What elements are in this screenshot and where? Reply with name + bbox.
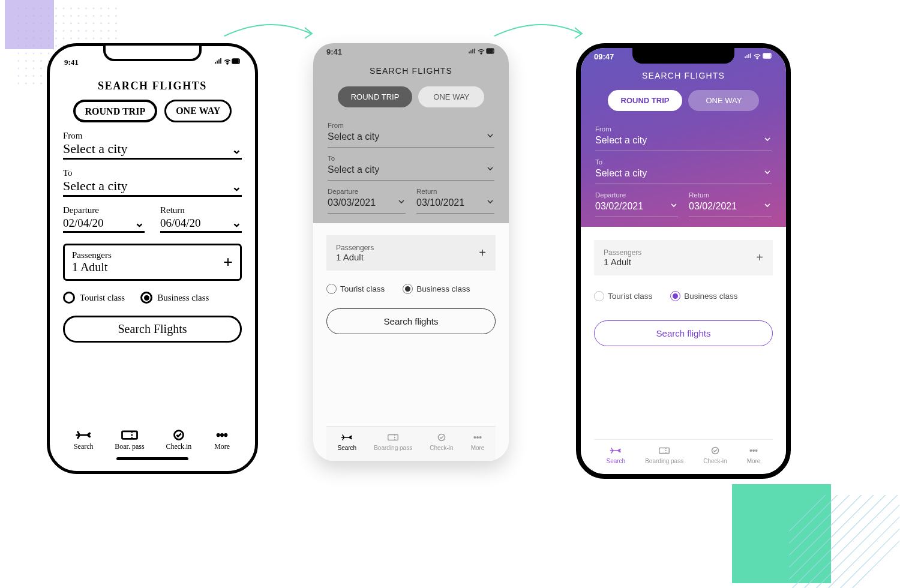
svg-point-20 bbox=[63, 15, 65, 17]
svg-point-85 bbox=[25, 53, 27, 55]
tab-boarding-pass[interactable]: Boar. pass bbox=[115, 429, 144, 451]
svg-point-98 bbox=[18, 60, 20, 62]
svg-point-21 bbox=[70, 15, 72, 17]
passengers-card[interactable]: Passengers 1 Adult + bbox=[326, 235, 496, 271]
search-flights-button[interactable]: Search flights bbox=[594, 320, 773, 346]
chevron-down-icon bbox=[763, 135, 772, 146]
departure-field[interactable]: Departure 03/03/2021 bbox=[328, 188, 406, 214]
to-field[interactable]: To Select a city bbox=[595, 158, 772, 184]
tab-one-way[interactable]: ONE WAY bbox=[164, 100, 232, 122]
tab-checkin[interactable]: Check-in bbox=[430, 433, 453, 451]
stage-hifi: 09:47 SEARCH FLIGHTS ROUND TRIP ONE WAY … bbox=[576, 43, 791, 479]
radio-business[interactable]: Business class bbox=[140, 292, 209, 304]
chevron-down-icon: ⌄ bbox=[232, 142, 242, 157]
tab-more[interactable]: More bbox=[471, 433, 485, 451]
status-time: 9:41 bbox=[326, 47, 342, 56]
status-icons bbox=[744, 52, 773, 61]
tab-search[interactable]: Search bbox=[607, 446, 626, 464]
from-field[interactable]: From Select a city bbox=[595, 125, 772, 151]
svg-point-4 bbox=[48, 8, 50, 10]
tab-search[interactable]: Search bbox=[338, 433, 357, 451]
from-value: Select a city bbox=[63, 141, 128, 157]
svg-point-55 bbox=[115, 30, 117, 32]
return-field[interactable]: Return 03/10/2021 bbox=[416, 188, 494, 214]
bottom-tabbar: Search Boarding pass Check-in More bbox=[594, 439, 773, 474]
tab-more[interactable]: More bbox=[213, 429, 231, 451]
svg-point-70 bbox=[18, 45, 20, 47]
passengers-label: Passengers bbox=[336, 244, 374, 252]
plus-icon[interactable]: + bbox=[756, 251, 763, 265]
to-field[interactable]: To Select a city bbox=[328, 155, 494, 181]
chevron-down-icon: ⌄ bbox=[232, 215, 242, 230]
return-field[interactable]: Return 03/02/2021 bbox=[689, 191, 772, 217]
svg-point-27 bbox=[115, 15, 117, 17]
from-field[interactable]: From Select a city⌄ bbox=[63, 131, 242, 160]
svg-point-32 bbox=[48, 23, 50, 25]
search-flights-button[interactable]: Search flights bbox=[326, 308, 496, 334]
from-field[interactable]: From Select a city bbox=[328, 122, 494, 148]
trip-type-tabs: ROUND TRIP ONE WAY bbox=[581, 90, 786, 111]
radio-business[interactable]: Business class bbox=[670, 291, 737, 301]
svg-point-14 bbox=[18, 15, 20, 17]
radio-tourist[interactable]: Tourist class bbox=[594, 291, 652, 301]
svg-point-176 bbox=[753, 450, 755, 452]
stage-wireframe: 9:41 SEARCH FLIGHTS ROUND TRIP ONE WAY F… bbox=[313, 43, 509, 461]
svg-point-50 bbox=[78, 30, 80, 32]
tab-round-trip[interactable]: ROUND TRIP bbox=[608, 90, 683, 111]
svg-point-84 bbox=[18, 53, 20, 55]
return-field[interactable]: Return 06/04/20⌄ bbox=[160, 205, 242, 233]
svg-point-38 bbox=[93, 23, 95, 25]
search-flights-button[interactable]: Search Flights bbox=[63, 316, 242, 343]
svg-point-66 bbox=[93, 38, 95, 40]
svg-point-53 bbox=[100, 30, 102, 32]
plus-icon[interactable]: + bbox=[223, 253, 233, 272]
svg-point-62 bbox=[63, 38, 65, 40]
svg-point-24 bbox=[93, 15, 95, 17]
radio-on-icon bbox=[140, 292, 152, 304]
status-time: 9:41 bbox=[64, 58, 79, 67]
check-circle-icon bbox=[709, 446, 722, 455]
tab-search[interactable]: Search bbox=[74, 429, 94, 451]
tab-checkin[interactable]: Check-in bbox=[703, 446, 727, 464]
return-value: 03/10/2021 bbox=[416, 197, 464, 208]
plus-icon[interactable]: + bbox=[479, 246, 486, 260]
tab-boarding-pass[interactable]: Boarding pass bbox=[645, 446, 683, 464]
svg-point-40 bbox=[108, 23, 110, 25]
svg-point-128 bbox=[33, 75, 35, 77]
passengers-card[interactable]: Passengers 1 Adult + bbox=[63, 244, 242, 281]
radio-tourist[interactable]: Tourist class bbox=[326, 284, 385, 294]
svg-point-7 bbox=[70, 8, 72, 10]
radio-tourist[interactable]: Tourist class bbox=[63, 292, 125, 304]
to-field[interactable]: To Select a city⌄ bbox=[63, 168, 242, 197]
chevron-down-icon bbox=[763, 201, 772, 212]
svg-point-115 bbox=[40, 68, 42, 70]
svg-point-57 bbox=[25, 38, 27, 40]
svg-point-44 bbox=[33, 30, 35, 32]
svg-point-31 bbox=[40, 23, 42, 25]
status-icons bbox=[468, 47, 496, 56]
svg-point-13 bbox=[115, 8, 117, 10]
to-label: To bbox=[328, 155, 494, 162]
tab-more[interactable]: More bbox=[747, 446, 761, 464]
svg-point-58 bbox=[33, 38, 35, 40]
radio-business[interactable]: Business class bbox=[403, 284, 470, 294]
tab-one-way[interactable]: ONE WAY bbox=[418, 86, 484, 107]
svg-point-33 bbox=[55, 23, 57, 25]
tab-one-way[interactable]: ONE WAY bbox=[688, 90, 759, 111]
svg-point-9 bbox=[85, 8, 87, 10]
svg-point-68 bbox=[108, 38, 110, 40]
svg-point-39 bbox=[100, 23, 102, 25]
departure-field[interactable]: Departure 03/02/2021 bbox=[595, 191, 678, 217]
passengers-value: 1 Adult bbox=[336, 252, 374, 262]
departure-field[interactable]: Departure 02/04/20⌄ bbox=[63, 205, 145, 233]
svg-point-16 bbox=[33, 15, 35, 17]
passengers-card[interactable]: Passengers 1 Adult + bbox=[594, 240, 773, 275]
tab-round-trip[interactable]: ROUND TRIP bbox=[73, 100, 158, 122]
tab-boarding-pass[interactable]: Boarding pass bbox=[374, 433, 412, 451]
tab-round-trip[interactable]: ROUND TRIP bbox=[338, 86, 413, 107]
passengers-value: 1 Adult bbox=[72, 260, 112, 274]
svg-point-6 bbox=[63, 8, 65, 10]
tab-checkin[interactable]: Check.in bbox=[166, 429, 191, 451]
phone-frame: 09:47 SEARCH FLIGHTS ROUND TRIP ONE WAY … bbox=[576, 43, 791, 479]
svg-point-41 bbox=[115, 23, 117, 25]
